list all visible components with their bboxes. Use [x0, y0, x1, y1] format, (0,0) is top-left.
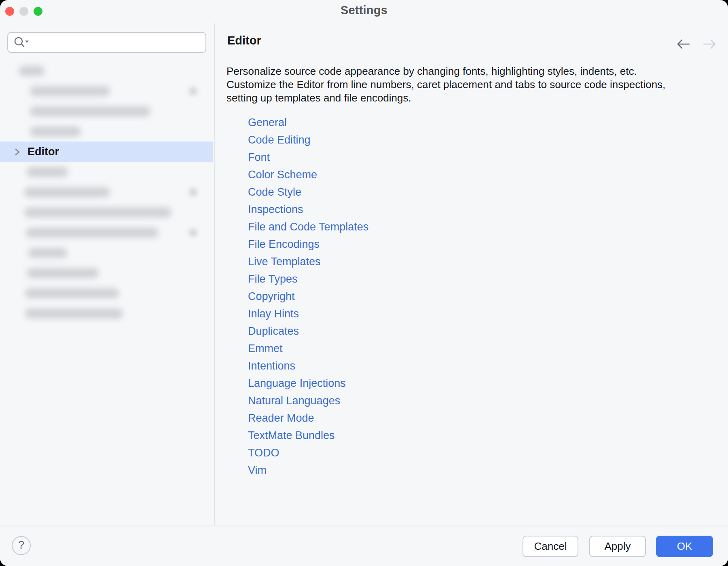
redacted-label: [27, 268, 99, 278]
settings-section-link[interactable]: Inlay Hints: [248, 305, 368, 323]
settings-section-link[interactable]: Vim: [248, 462, 368, 479]
sidebar-item-redacted[interactable]: [0, 243, 213, 263]
section-description: Personalize source code appearance by ch…: [226, 65, 665, 105]
dialog-footer: ? Cancel Apply OK: [0, 526, 728, 566]
sidebar-item-redacted[interactable]: [0, 81, 213, 101]
chevron-right-icon: [15, 148, 20, 156]
redacted-label: [19, 66, 44, 76]
settings-section-link[interactable]: TextMate Bundles: [248, 427, 368, 444]
title-bar: Settings: [0, 0, 728, 23]
redacted-label: [25, 288, 119, 298]
settings-section-link[interactable]: TODO: [248, 444, 368, 462]
settings-section-link[interactable]: Live Templates: [248, 253, 368, 270]
sidebar-item-label: Editor: [28, 146, 59, 158]
redacted-label: [24, 187, 110, 197]
search-input[interactable]: [30, 33, 205, 52]
settings-section-link[interactable]: Copyright: [248, 288, 368, 305]
search-icon: [13, 36, 30, 49]
sidebar-item-redacted[interactable]: [0, 263, 213, 283]
settings-section-link[interactable]: Duplicates: [248, 323, 368, 340]
editor-settings-panel: Editor Personalize source code appearanc…: [216, 23, 728, 526]
settings-category-list: Editor: [0, 61, 213, 323]
sidebar-item-redacted[interactable]: [0, 283, 213, 303]
redacted-label: [30, 106, 150, 116]
help-button[interactable]: ?: [12, 536, 31, 555]
settings-section-link[interactable]: Reader Mode: [248, 410, 368, 427]
sidebar-item-redacted[interactable]: [0, 182, 213, 202]
redacted-label: [26, 228, 159, 238]
redacted-label: [30, 127, 81, 137]
sidebar-item-redacted[interactable]: [0, 121, 213, 142]
back-arrow-icon[interactable]: [676, 39, 690, 49]
sidebar-item-editor[interactable]: Editor: [0, 142, 213, 162]
section-link-list: GeneralCode EditingFontColor SchemeCode …: [248, 114, 368, 479]
apply-button[interactable]: Apply: [589, 536, 646, 557]
sidebar-item-redacted[interactable]: [0, 162, 213, 182]
settings-section-link[interactable]: Code Editing: [248, 131, 368, 149]
settings-section-link[interactable]: File Types: [248, 270, 368, 288]
search-box[interactable]: [7, 32, 206, 53]
settings-section-link[interactable]: Code Style: [248, 184, 368, 201]
page-title: Editor: [227, 34, 261, 47]
sidebar-item-redacted[interactable]: [0, 101, 213, 121]
settings-section-link[interactable]: Natural Languages: [248, 392, 368, 410]
redacted-label: [24, 207, 171, 218]
settings-section-link[interactable]: Emmet: [248, 340, 368, 357]
settings-section-link[interactable]: Inspections: [248, 201, 368, 218]
redacted-label: [25, 308, 123, 319]
settings-section-link[interactable]: File Encodings: [248, 236, 368, 253]
redacted-badge-icon: [189, 229, 197, 237]
history-nav: [676, 39, 717, 49]
settings-section-link[interactable]: Font: [248, 149, 368, 166]
sidebar-item-redacted[interactable]: [0, 303, 213, 323]
settings-section-link[interactable]: General: [248, 114, 368, 131]
settings-section-link[interactable]: File and Code Templates: [248, 218, 368, 236]
sidebar-item-redacted[interactable]: [0, 202, 213, 222]
redacted-label: [30, 86, 110, 96]
window-title: Settings: [0, 4, 728, 17]
description-line: setting up templates and file encodings.: [226, 91, 665, 105]
description-line: Personalize source code appearance by ch…: [226, 65, 665, 78]
settings-sidebar: Editor: [0, 23, 215, 526]
settings-section-link[interactable]: Language Injections: [248, 375, 368, 392]
redacted-badge-icon: [189, 188, 197, 196]
settings-window: Settings Editor: [0, 0, 728, 566]
settings-section-link[interactable]: Intentions: [248, 357, 368, 375]
redacted-label: [27, 167, 68, 177]
redacted-badge-icon: [189, 87, 197, 95]
forward-arrow-icon[interactable]: [703, 39, 717, 49]
ok-button[interactable]: OK: [656, 536, 713, 557]
description-line: Customize the Editor from line numbers, …: [226, 78, 665, 91]
cancel-button[interactable]: Cancel: [523, 536, 578, 557]
settings-section-link[interactable]: Color Scheme: [248, 166, 368, 184]
sidebar-item-redacted[interactable]: [0, 222, 213, 243]
sidebar-item-redacted[interactable]: [0, 61, 213, 81]
redacted-label: [28, 248, 67, 258]
